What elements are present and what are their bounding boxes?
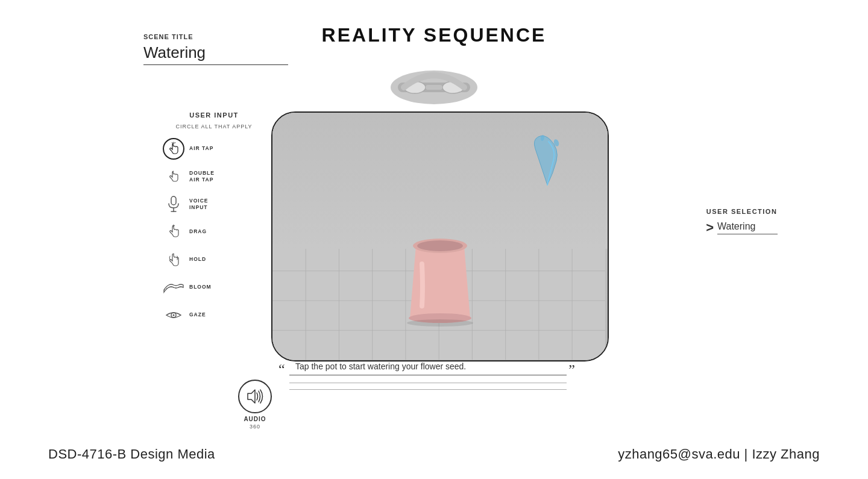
- audio-section: AUDIO 360: [238, 380, 272, 430]
- double-air-tap-icon: [163, 166, 184, 187]
- scene-title-value[interactable]: Watering: [143, 43, 288, 65]
- gaze-icon: [163, 304, 184, 326]
- quote-section: “ Tap the pot to start watering your flo…: [289, 362, 567, 390]
- scene-title-label: SCENE TITLE: [143, 33, 193, 40]
- user-input-section: USER INPUT CIRCLE ALL THAT APPLY AIR TAP…: [163, 111, 265, 332]
- footer-right: yzhang65@sva.edu | Izzy Zhang: [618, 446, 820, 462]
- svg-marker-36: [248, 390, 255, 403]
- scene-image: [272, 113, 608, 360]
- drag-label: DRAG: [189, 228, 207, 235]
- page-title: REALITY SEQUENCE: [322, 24, 547, 46]
- footer-left: DSD-4716-B Design Media: [48, 446, 215, 462]
- gaze-label: GAZE: [189, 312, 206, 318]
- quote-line-2: [289, 383, 567, 383]
- svg-rect-29: [171, 196, 176, 205]
- user-selection-value[interactable]: Watering: [717, 221, 778, 234]
- chevron-right-icon: >: [706, 220, 714, 236]
- circle-all-label: CIRCLE ALL THAT APPLY: [163, 124, 265, 130]
- svg-line-28: [172, 143, 173, 143]
- double-air-tap-label: DOUBLEAIR TAP: [189, 170, 215, 183]
- user-input-title: USER INPUT: [163, 111, 265, 119]
- input-item-voice[interactable]: VOICEINPUT: [163, 193, 265, 215]
- voice-input-label: VOICEINPUT: [189, 198, 208, 211]
- hold-icon: [163, 249, 184, 271]
- hold-label: HOLD: [189, 256, 206, 263]
- flower-pot-icon: [374, 198, 506, 330]
- svg-rect-4: [426, 85, 442, 90]
- quote-close-mark: ”: [568, 362, 575, 378]
- input-item-hold[interactable]: HOLD: [163, 249, 265, 271]
- audio-label: AUDIO: [244, 416, 266, 422]
- bloom-icon: [163, 277, 184, 298]
- vr-headset-icon: [386, 57, 482, 105]
- audio-360-label: 360: [250, 424, 260, 430]
- svg-line-27: [175, 143, 175, 143]
- svg-point-23: [417, 240, 463, 251]
- bloom-label: BLOOM: [189, 284, 212, 290]
- audio-icon[interactable]: [238, 380, 272, 413]
- input-item-air-tap[interactable]: AIR TAP: [163, 138, 265, 160]
- input-item-double-air-tap[interactable]: DOUBLEAIR TAP: [163, 166, 265, 187]
- quote-text: Tap the pot to start watering your flowe…: [289, 362, 567, 375]
- svg-point-25: [407, 319, 473, 327]
- quote-line-3: [289, 389, 567, 390]
- input-item-bloom[interactable]: BLOOM: [163, 277, 265, 298]
- user-selection-section: USER SELECTION > Watering: [706, 208, 778, 236]
- scene-frame: [271, 111, 609, 362]
- air-tap-icon: [163, 138, 184, 160]
- drag-icon: [163, 221, 184, 243]
- input-item-drag[interactable]: DRAG: [163, 221, 265, 243]
- quote-open-mark: “: [278, 362, 285, 378]
- voice-input-icon: [163, 193, 184, 215]
- svg-point-35: [173, 315, 175, 316]
- water-splash-icon: [499, 125, 571, 197]
- user-selection-title: USER SELECTION: [706, 208, 778, 215]
- input-item-gaze[interactable]: GAZE: [163, 304, 265, 326]
- air-tap-label: AIR TAP: [189, 145, 213, 152]
